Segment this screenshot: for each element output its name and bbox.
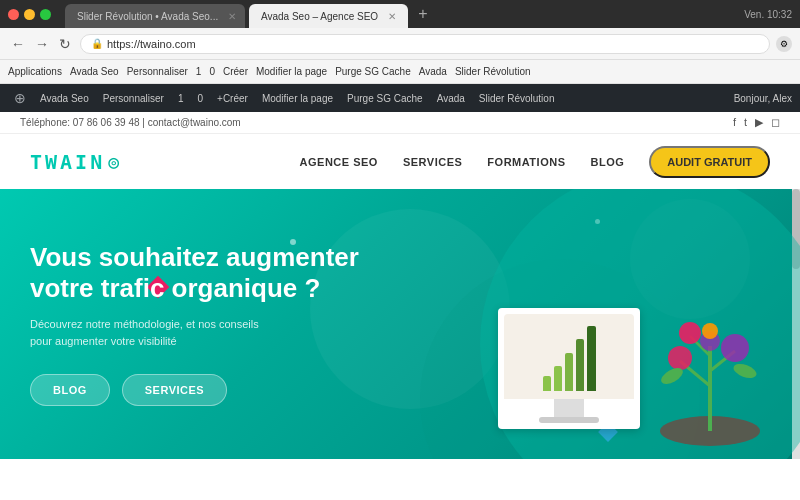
browser-toolbar: ⚙	[776, 36, 792, 52]
phone-text: Téléphone: 07 86 06 39 48	[20, 117, 140, 128]
monitor-base	[539, 417, 599, 423]
wp-admin-count1[interactable]: 1	[172, 84, 190, 112]
wp-admin-slider[interactable]: Slider Révolution	[473, 84, 561, 112]
nav-links: AGENCE SEO SERVICES FORMATIONS BLOG AUDI…	[300, 146, 770, 178]
maximize-button[interactable]	[40, 9, 51, 20]
hero-title: Vous souhaitez augmenter votre trafic or…	[30, 242, 359, 304]
bookmark-modifier[interactable]: Modifier la page	[256, 66, 327, 77]
nav-buttons: ← → ↻	[8, 36, 74, 52]
monitor-frame	[498, 308, 640, 429]
youtube-icon[interactable]: ▶	[755, 116, 763, 129]
plant-bar-5	[587, 326, 596, 391]
wp-admin-bar: ⊕ Avada Seo Personnaliser 1 0 + Créer Mo…	[0, 84, 800, 112]
wp-admin-personnaliser[interactable]: Personnaliser	[97, 84, 170, 112]
contact-info: Téléphone: 07 86 06 39 48 | contact@twai…	[20, 117, 241, 128]
browser-tab-active[interactable]: Avada Seo – Agence SEO ✕	[249, 4, 408, 28]
plant-bar-1	[543, 376, 551, 391]
facebook-icon[interactable]: f	[733, 116, 736, 129]
site-navigation: TWAIN ◎ AGENCE SEO SERVICES FORMATIONS B…	[0, 134, 800, 189]
wp-logo-icon: ⊕	[14, 90, 26, 106]
hero-title-line2: votre trafic organique ?	[30, 273, 320, 303]
wp-admin-modifier[interactable]: Modifier la page	[256, 84, 339, 112]
extensions-icon[interactable]: ⚙	[776, 36, 792, 52]
traffic-lights	[8, 9, 51, 20]
bookmark-avada-seo[interactable]: Avada Seo	[70, 66, 119, 77]
plant-bar-4	[576, 339, 584, 391]
bookmark-slider[interactable]: Slider Révolution	[455, 66, 531, 77]
site-logo[interactable]: TWAIN ◎	[30, 150, 122, 174]
wp-admin-left: ⊕ Avada Seo Personnaliser 1 0 + Créer Mo…	[8, 84, 560, 112]
hero-services-button[interactable]: SERVICES	[122, 374, 227, 406]
contact-bar: Téléphone: 07 86 06 39 48 | contact@twai…	[0, 112, 800, 134]
wp-admin-purge[interactable]: Purge SG Cache	[341, 84, 429, 112]
hero-buttons: BLOG SERVICES	[30, 374, 359, 406]
wp-admin-avada-seo[interactable]: Avada Seo	[34, 84, 95, 112]
url-input[interactable]: 🔒 https://twaino.com	[80, 34, 770, 54]
reload-button[interactable]: ↻	[56, 36, 74, 52]
plant-bar-3	[565, 353, 573, 391]
plant-svg	[650, 286, 770, 446]
bookmarks-bar: Applications Avada Seo Personnaliser 1 0…	[0, 60, 800, 84]
logo-icon: ◎	[108, 151, 122, 172]
wp-admin-avada[interactable]: Avada	[431, 84, 471, 112]
email-text[interactable]: contact@twaino.com	[148, 117, 241, 128]
tab-label: Slider Révolution • Avada Seo...	[77, 11, 218, 22]
monitor-illustration	[498, 308, 640, 429]
hero-content: Vous souhaitez augmenter votre trafic or…	[0, 212, 389, 436]
browser-tab-inactive[interactable]: Slider Révolution • Avada Seo... ✕	[65, 4, 245, 28]
svg-point-7	[679, 322, 701, 344]
forward-button[interactable]: →	[32, 36, 52, 52]
instagram-icon[interactable]: ◻	[771, 116, 780, 129]
wp-admin-greeting: Bonjour, Alex	[734, 93, 792, 104]
bookmark-personnaliser[interactable]: Personnaliser	[127, 66, 188, 77]
svg-point-6	[721, 334, 749, 362]
website-content: Téléphone: 07 86 06 39 48 | contact@twai…	[0, 112, 800, 459]
svg-point-5	[668, 346, 692, 370]
twitter-icon[interactable]: t	[744, 116, 747, 129]
bookmark-purge[interactable]: Purge SG Cache	[335, 66, 411, 77]
bookmark-count1[interactable]: 1	[196, 66, 202, 77]
hero-title-line1: Vous souhaitez augmenter	[30, 242, 359, 272]
social-icons: f t ▶ ◻	[733, 116, 780, 129]
back-button[interactable]: ←	[8, 36, 28, 52]
bookmark-creer[interactable]: Créer	[223, 66, 248, 77]
nav-services[interactable]: SERVICES	[403, 156, 462, 168]
hero-subtitle: Découvrez notre méthodologie, et nos con…	[30, 316, 359, 349]
nav-formations[interactable]: FORMATIONS	[487, 156, 565, 168]
address-bar: ← → ↻ 🔒 https://twaino.com ⚙	[0, 28, 800, 60]
lock-icon: 🔒	[91, 38, 103, 49]
bookmark-count2[interactable]: 0	[209, 66, 215, 77]
system-time: Ven. 10:32	[744, 9, 792, 20]
wp-logo-item[interactable]: ⊕	[8, 84, 32, 112]
close-button[interactable]	[8, 9, 19, 20]
logo-text: TWAIN	[30, 150, 105, 174]
nav-blog[interactable]: BLOG	[590, 156, 624, 168]
minimize-button[interactable]	[24, 9, 35, 20]
tab-close-icon[interactable]: ✕	[228, 11, 236, 22]
audit-button[interactable]: AUDIT GRATUIT	[649, 146, 770, 178]
monitor-screen	[504, 314, 634, 399]
bookmark-avada[interactable]: Avada	[419, 66, 447, 77]
svg-point-11	[702, 323, 718, 339]
bookmark-applications[interactable]: Applications	[8, 66, 62, 77]
new-tab-button[interactable]: +	[414, 5, 431, 23]
svg-point-10	[732, 361, 759, 380]
plant-bar-2	[554, 366, 562, 391]
tab-close-icon[interactable]: ✕	[388, 11, 396, 22]
nav-agence-seo[interactable]: AGENCE SEO	[300, 156, 378, 168]
wp-admin-creer[interactable]: + Créer	[211, 84, 254, 112]
title-bar: Slider Révolution • Avada Seo... ✕ Avada…	[0, 0, 800, 28]
hero-blog-button[interactable]: BLOG	[30, 374, 110, 406]
hero-section: Vous souhaitez augmenter votre trafic or…	[0, 189, 800, 459]
monitor-stand	[554, 399, 584, 417]
tab-label: Avada Seo – Agence SEO	[261, 11, 378, 22]
wp-admin-count2[interactable]: 0	[191, 84, 209, 112]
plant-illustration	[650, 286, 770, 459]
url-text: https://twaino.com	[107, 38, 196, 50]
